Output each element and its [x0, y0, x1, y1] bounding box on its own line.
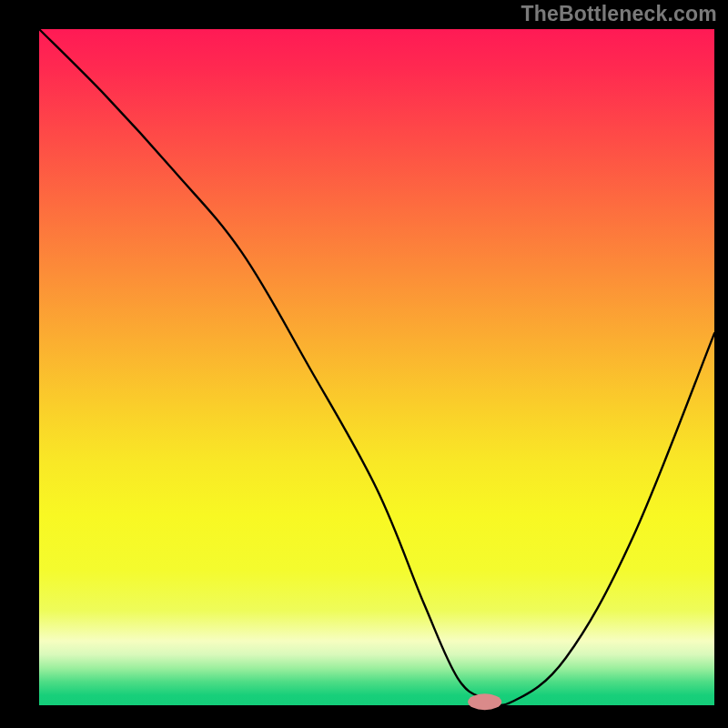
chart-frame: TheBottleneck.com: [0, 0, 728, 728]
plot-background: [39, 29, 714, 705]
watermark-text: TheBottleneck.com: [521, 2, 717, 26]
result-marker: [468, 693, 501, 710]
bottleneck-chart: [0, 0, 728, 728]
